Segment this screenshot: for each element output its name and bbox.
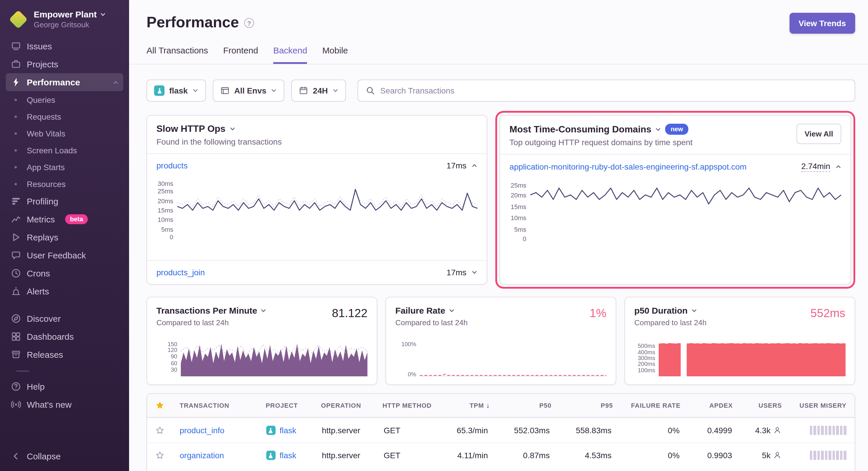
chevron-down-icon: [333, 88, 338, 94]
sidebar: Empower Plant George Gritsouk Issues Pro…: [0, 0, 129, 471]
p50-cell: 552.03ms: [496, 418, 558, 442]
transaction-link-products-join[interactable]: products_join: [156, 268, 205, 277]
widgets-row: Slow HTTP Ops Found in the following tra…: [147, 111, 855, 289]
p50-cell: 0.87ms: [496, 443, 558, 468]
project-link[interactable]: flask: [280, 426, 297, 435]
sidebar-item-help[interactable]: Help: [6, 377, 123, 396]
releases-icon: [10, 349, 21, 360]
user-icon: [774, 426, 782, 434]
page-help-icon[interactable]: ?: [244, 18, 254, 28]
time-range-dropdown[interactable]: 24H: [291, 79, 346, 102]
sidebar-item-dashboards[interactable]: Dashboards: [6, 328, 123, 345]
col-p95: P95: [560, 394, 621, 416]
tab-frontend[interactable]: Frontend: [223, 45, 258, 64]
user-misery-bars: [798, 426, 846, 435]
chart-y-axis: 100%0%: [395, 343, 420, 376]
expand-row-button[interactable]: [472, 269, 477, 275]
sidebar-item-app-starts[interactable]: App Starts: [6, 159, 123, 175]
transaction-link[interactable]: product_info: [180, 426, 224, 435]
page-content: flask All Envs 24H: [129, 64, 868, 471]
app: Empower Plant George Gritsouk Issues Pro…: [0, 0, 868, 471]
sidebar-item-alerts[interactable]: Alerts: [6, 282, 123, 300]
sidebar-item-projects[interactable]: Projects: [6, 55, 123, 73]
collapse-sidebar-button[interactable]: Collapse: [6, 447, 123, 465]
sidebar-item-user-feedback[interactable]: User Feedback: [6, 246, 123, 264]
collapse-row-button[interactable]: [835, 164, 841, 170]
list-item: application-monitoring-ruby-dot-sales-en…: [500, 154, 850, 179]
sidebar-item-replays[interactable]: Replays: [6, 228, 123, 246]
p95-cell: 4.53ms: [558, 443, 620, 468]
star-icon: [155, 401, 164, 410]
sidebar-item-screen-loads[interactable]: Screen Loads: [6, 142, 123, 159]
bullet-icon: [14, 149, 17, 151]
chevron-down-icon: [449, 307, 455, 313]
sidebar-item-issues[interactable]: Issues: [6, 37, 123, 55]
tpm-chart: [181, 343, 367, 376]
sidebar-item-releases[interactable]: Releases: [6, 345, 123, 364]
tab-backend[interactable]: Backend: [273, 45, 307, 64]
sidebar-item-crons[interactable]: Crons: [6, 264, 123, 282]
sidebar-item-metrics[interactable]: Metrics beta: [6, 210, 123, 228]
sidebar-item-profiling[interactable]: Profiling: [6, 192, 123, 210]
widget-title-dropdown[interactable]: Failure Rate: [395, 305, 468, 315]
search-transactions-box[interactable]: [358, 79, 855, 102]
sidebar-item-discover[interactable]: Discover: [6, 309, 123, 328]
col-transaction: TRANSACTION: [172, 394, 257, 416]
most-time-consuming-domains-panel: Most Time-Consuming Domains new Top outg…: [500, 115, 851, 284]
sidebar-item-resources[interactable]: Resources: [6, 175, 123, 192]
bullet-icon: [14, 166, 17, 168]
sidebar-nav: Issues Projects Performance Queries Requ…: [0, 37, 129, 413]
sidebar-item-queries[interactable]: Queries: [6, 91, 123, 108]
col-apdex: APDEX: [689, 394, 741, 416]
col-user-misery: USER MISERY: [790, 394, 855, 416]
star-toggle-icon[interactable]: [155, 451, 164, 460]
star-toggle-icon[interactable]: [155, 426, 164, 435]
sidebar-item-whats-new[interactable]: What's new: [6, 396, 123, 413]
broadcast-icon: [10, 400, 21, 409]
col-operation: OPERATION: [313, 394, 374, 416]
duration-value: 17ms: [446, 161, 466, 170]
calendar-icon: [299, 86, 308, 95]
view-trends-button[interactable]: View Trends: [789, 13, 855, 34]
tab-all-transactions[interactable]: All Transactions: [147, 45, 208, 64]
tab-mobile[interactable]: Mobile: [322, 45, 348, 64]
alerts-icon: [10, 286, 21, 296]
chevron-down-icon: [100, 12, 106, 18]
collapse-row-button[interactable]: [472, 163, 477, 168]
p50-duration-widget: p50 Duration Compared to last 24h 552ms …: [624, 297, 855, 385]
transaction-link[interactable]: organization: [180, 451, 224, 460]
widget-title-dropdown[interactable]: Transactions Per Minute: [156, 305, 267, 315]
widget-title-dropdown[interactable]: p50 Duration: [634, 305, 707, 315]
search-input[interactable]: [380, 86, 847, 95]
list-item: products 17ms: [147, 153, 487, 177]
beta-badge: beta: [65, 214, 88, 225]
widget-title-dropdown[interactable]: Most Time-Consuming Domains new: [509, 124, 693, 135]
tab-bar: All Transactions Frontend Backend Mobile: [129, 34, 868, 64]
performance-icon: [10, 77, 21, 87]
table-row: product_info flask http.server GET 65.3/…: [147, 417, 855, 442]
time-spent-value: 2.74min: [801, 162, 830, 172]
project-link[interactable]: flask: [280, 451, 297, 460]
project-filter-dropdown[interactable]: flask: [147, 79, 206, 102]
sidebar-item-performance[interactable]: Performance: [6, 73, 123, 91]
sidebar-item-requests[interactable]: Requests: [6, 108, 123, 125]
environments-icon: [220, 86, 230, 95]
discover-icon: [10, 314, 21, 324]
domain-link[interactable]: application-monitoring-ruby-dot-sales-en…: [509, 162, 747, 172]
help-icon: [10, 381, 21, 392]
duration-value: 17ms: [446, 268, 466, 277]
environment-filter-dropdown[interactable]: All Envs: [213, 79, 285, 102]
org-switcher[interactable]: Empower Plant George Gritsouk: [0, 7, 129, 37]
widget-subtitle: Compared to last 24h: [156, 318, 267, 327]
bullet-icon: [14, 183, 17, 185]
profiling-icon: [10, 196, 21, 206]
chevron-down-icon: [261, 307, 267, 313]
view-all-button[interactable]: View All: [797, 124, 841, 144]
org-logo-icon: [8, 9, 28, 29]
sidebar-item-web-vitals[interactable]: Web Vitals: [6, 125, 123, 142]
transaction-link-products[interactable]: products: [156, 161, 187, 170]
widget-title-dropdown[interactable]: Slow HTTP Ops: [156, 124, 477, 134]
tpm-value: 81.122: [332, 307, 367, 320]
user-feedback-icon: [10, 250, 21, 260]
col-tpm-sort[interactable]: TPM↓: [440, 394, 498, 417]
